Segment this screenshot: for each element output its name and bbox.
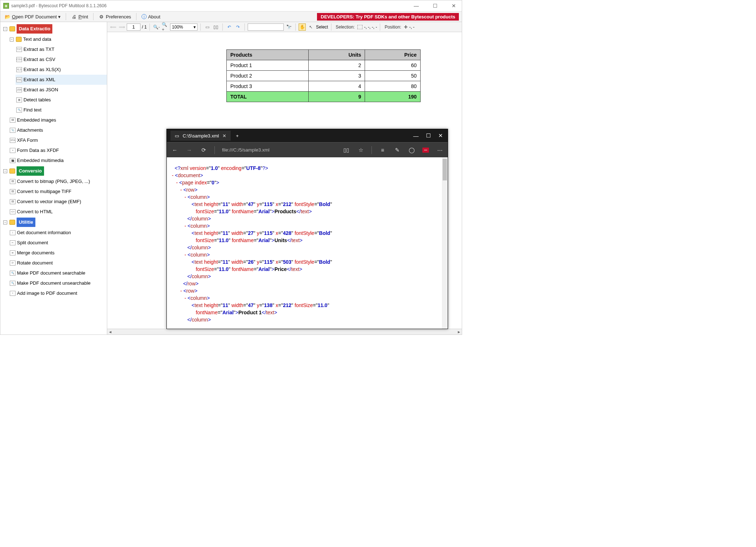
tree-unsearchable[interactable]: 🔍Make PDF document unsearchable (9, 278, 107, 288)
table-total-row: TOTAL9190 (227, 92, 421, 102)
products-table: Products Units Price Product 1260 Produc… (226, 49, 421, 102)
col-price: Price (365, 50, 421, 60)
tree-extract-txt[interactable]: TXTExtract as TXT (16, 44, 107, 54)
minimize-button[interactable]: — (411, 3, 421, 9)
tree-extract-xml[interactable]: XMLExtract as XML (16, 75, 107, 85)
tree-get-info[interactable]: iGet document information (9, 228, 107, 238)
select-label: Select (316, 25, 328, 30)
about-menu[interactable]: i About (140, 13, 162, 20)
tree-convert-vector[interactable]: 🖼Convert to vector image (EMF) (9, 197, 107, 207)
images-icon: 🖼 (10, 118, 16, 123)
col-units: Units (309, 50, 365, 60)
close-button[interactable]: ✕ (449, 3, 459, 9)
ocr-icon: 🔍 (10, 271, 16, 276)
tree-attachments[interactable]: 📎Attachments (9, 125, 107, 135)
folder-open-icon: 📂 (5, 14, 10, 19)
maximize-icon[interactable]: ☐ (425, 132, 432, 139)
tree-text-and-data[interactable]: − Text and data (9, 34, 107, 44)
rotate-icon: ⟳ (10, 261, 16, 266)
rotate-left-icon[interactable]: ↶ (226, 23, 233, 31)
collapse-icon[interactable]: − (10, 38, 14, 41)
table-row: Product 3480 (227, 81, 421, 92)
horizontal-scrollbar[interactable]: ◂ ▸ (107, 329, 462, 334)
tree-extract-json[interactable]: JSNExtract as JSON (16, 85, 107, 95)
tree-add-image[interactable]: +Add image to PDF document (9, 288, 107, 298)
menu-bar: 📂 Open PDF Document ▾ 🖨 Print ⚙ Preferen… (0, 11, 462, 22)
gear-icon: ⚙ (99, 14, 104, 19)
preferences-menu[interactable]: ⚙ Preferences (97, 13, 132, 20)
tree-extract-csv[interactable]: CSVExtract as CSV (16, 54, 107, 65)
nav-back-icon[interactable]: ⟸ (109, 23, 117, 31)
nav-forward-icon[interactable]: ⟹ (118, 23, 125, 31)
tree-merge[interactable]: ⬌Merge documents (9, 248, 107, 258)
selection-rect-icon (357, 25, 362, 29)
printer-icon: 🖨 (71, 14, 77, 19)
address-text[interactable]: file:///C:/5/sample3.xml (222, 147, 335, 153)
page-input[interactable] (127, 23, 140, 31)
print-menu[interactable]: 🖨 Print (70, 13, 90, 20)
chevron-down-icon: ▾ (194, 25, 196, 30)
promo-banner[interactable]: DEVELOPERS: Try PDF SDKs and other Bytes… (317, 13, 459, 21)
scroll-left-icon[interactable]: ◂ (107, 329, 113, 334)
tree-convert-bitmap[interactable]: 🖼Convert to bitmap (PNG, JPEG, ...) (9, 176, 107, 187)
zoom-in-icon[interactable]: 🔍+ (161, 23, 169, 31)
open-pdf-menu[interactable]: 📂 Open PDF Document ▾ (3, 13, 62, 20)
more-icon[interactable]: ⋯ (436, 146, 443, 154)
binoculars-icon[interactable]: 🔭 (285, 23, 292, 31)
info-icon: i (10, 230, 16, 235)
rotate-right-icon[interactable]: ↷ (234, 23, 242, 31)
tree-find-text[interactable]: 🔍Find text (16, 105, 107, 115)
xml-content[interactable]: <?xml version="1.0" encoding="UTF-8"?> -… (167, 157, 448, 329)
position-label: Position: (383, 25, 403, 30)
tree-form-xfdf[interactable]: ≡Form Data as XFDF (9, 145, 107, 156)
favorite-icon[interactable]: ☆ (357, 146, 364, 154)
tree-data-extraction[interactable]: − Data Extractio (3, 23, 107, 34)
tree-utilities[interactable]: − Utilitie (3, 217, 107, 228)
browser-tab-bar: ▭ C:\5\sample3.xml ✕ + — ☐ ✕ (167, 129, 448, 142)
scrollbar[interactable] (442, 157, 448, 329)
txt-icon: TXT (16, 47, 22, 52)
search-input[interactable] (248, 23, 284, 31)
forward-icon[interactable]: → (186, 146, 193, 154)
layout1-icon[interactable]: ▭ (204, 23, 211, 31)
tree-conversion[interactable]: − Conversio (3, 166, 107, 176)
tree: − Data Extractio − Text and data (0, 23, 107, 298)
browser-tab[interactable]: ▭ C:\5\sample3.xml ✕ (170, 131, 231, 141)
notes-icon[interactable]: ✎ (394, 146, 401, 154)
close-tab-icon[interactable]: ✕ (222, 133, 226, 139)
minimize-icon[interactable]: — (412, 132, 420, 139)
tree-embedded-multimedia[interactable]: 🎬Embedded multimedia (9, 156, 107, 166)
image-icon: 🖼 (10, 179, 16, 184)
tree-searchable[interactable]: 🔍Make PDF document searchable (9, 268, 107, 278)
close-icon[interactable]: ✕ (437, 132, 444, 139)
tree-rotate[interactable]: ⟳Rotate document (9, 258, 107, 268)
tree-embedded-images[interactable]: 🖼Embedded images (9, 115, 107, 125)
selection-values: -, -, -, - (364, 25, 377, 30)
folder-icon (9, 220, 15, 225)
tree-split[interactable]: ✂Split document (9, 238, 107, 248)
pointer-icon[interactable]: ↖ (307, 23, 314, 31)
maximize-button[interactable]: ☐ (430, 3, 440, 9)
layout2-icon[interactable]: ▯▯ (212, 23, 220, 31)
zoom-select[interactable]: 100%▾ (170, 23, 197, 31)
tree-convert-tiff[interactable]: 🖼Convert to multipage TIFF (9, 187, 107, 197)
zoom-out-icon[interactable]: 🔍- (153, 23, 160, 31)
tree-xfa-form[interactable]: XFAXFA Form (9, 135, 107, 145)
tree-extract-xlsx[interactable]: XLSExtract as XLS(X) (16, 65, 107, 75)
app-title: sample3.pdf - Bytescout PDF Multitool 8.… (11, 3, 107, 8)
scroll-right-icon[interactable]: ▸ (456, 329, 462, 334)
collapse-icon[interactable]: − (3, 27, 7, 31)
back-icon[interactable]: ← (171, 146, 178, 154)
new-tab-icon[interactable]: + (236, 133, 239, 139)
hand-tool-icon[interactable]: ✋ (299, 23, 306, 31)
image-icon: 🖼 (10, 199, 16, 204)
reload-icon[interactable]: ⟳ (200, 146, 207, 154)
tree-convert-html[interactable]: </>Convert to HTML (9, 207, 107, 217)
collapse-icon[interactable]: − (3, 220, 7, 224)
tree-detect-tables[interactable]: ▦Detect tables (16, 95, 107, 105)
collapse-icon[interactable]: − (3, 169, 7, 173)
extension-icon[interactable]: ••• (422, 148, 429, 153)
hub-icon[interactable]: ≡ (379, 146, 386, 154)
reading-icon[interactable]: ▯▯ (343, 146, 350, 154)
share-icon[interactable]: ◯ (408, 146, 415, 154)
